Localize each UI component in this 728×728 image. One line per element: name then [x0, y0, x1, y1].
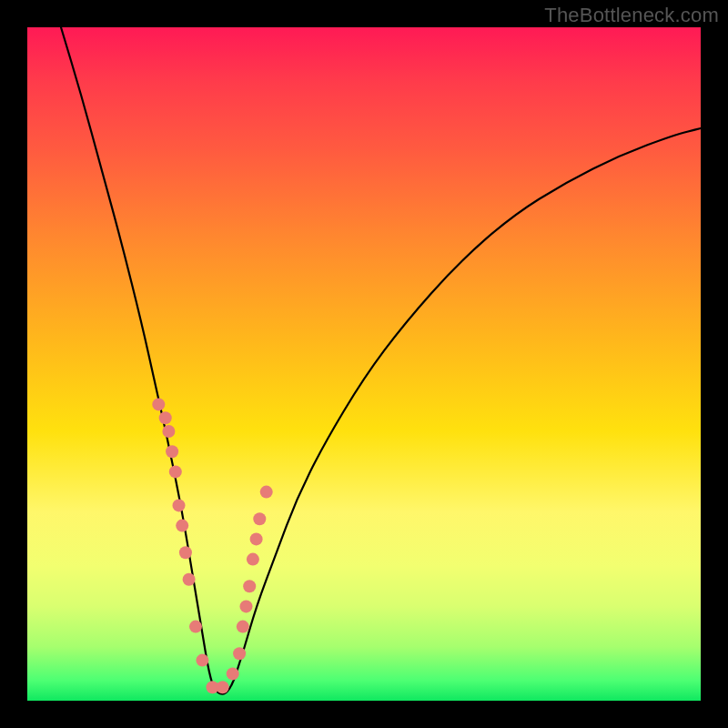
plot-area — [27, 27, 701, 701]
scatter-dot — [179, 546, 192, 559]
scatter-dot — [253, 512, 266, 525]
scatter-dot — [233, 647, 246, 660]
scatter-points — [152, 398, 272, 693]
scatter-dot — [169, 465, 182, 478]
scatter-dot — [227, 667, 239, 680]
scatter-dot — [240, 600, 253, 612]
scatter-dot — [217, 681, 229, 693]
scatter-dot — [173, 499, 186, 511]
scatter-dot — [159, 411, 172, 424]
scatter-dot — [166, 445, 178, 458]
watermark-text: TheBottleneck.com — [544, 4, 719, 27]
bottleneck-curve — [61, 27, 701, 694]
chart-svg — [27, 27, 701, 701]
scatter-dot — [176, 520, 188, 532]
scatter-dot — [183, 573, 196, 586]
scatter-dot — [243, 580, 256, 592]
scatter-dot — [152, 398, 165, 410]
scatter-dot — [250, 532, 263, 545]
chart-frame: TheBottleneck.com — [0, 0, 728, 728]
scatter-dot — [237, 621, 249, 633]
scatter-dot — [189, 621, 202, 633]
scatter-dot — [260, 486, 273, 499]
scatter-dot — [196, 654, 208, 667]
scatter-dot — [247, 553, 259, 566]
scatter-dot — [162, 425, 175, 438]
